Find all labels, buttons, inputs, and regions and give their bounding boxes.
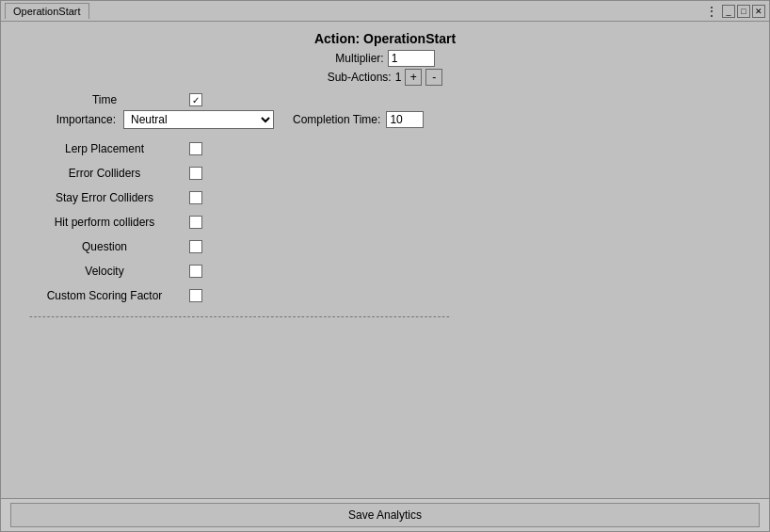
time-label: Time bbox=[20, 93, 189, 106]
window-tab[interactable]: OperationStart bbox=[5, 3, 89, 19]
content-area: Action: OperationStart Multiplier: Sub-A… bbox=[1, 22, 769, 498]
multiplier-label: Multiplier: bbox=[335, 52, 383, 65]
multiplier-row: Multiplier: bbox=[20, 50, 750, 67]
option-label-5: Velocity bbox=[20, 265, 189, 278]
option-row: Stay Error Colliders bbox=[20, 185, 750, 210]
importance-row: Importance: Neutral Low Medium High Comp… bbox=[20, 110, 750, 129]
action-title: Action: OperationStart bbox=[20, 31, 750, 46]
option-checkbox-3[interactable] bbox=[189, 216, 202, 229]
option-row: Custom Scoring Factor bbox=[20, 283, 750, 308]
time-checkbox[interactable] bbox=[189, 93, 202, 106]
divider-text: ----------------------------------------… bbox=[20, 308, 750, 323]
option-checkbox-5[interactable] bbox=[189, 265, 202, 278]
time-row: Time bbox=[20, 93, 750, 106]
option-row: Hit perform colliders bbox=[20, 210, 750, 234]
add-sub-action-button[interactable]: + bbox=[405, 69, 422, 86]
option-row: Lerp Placement bbox=[20, 137, 750, 161]
option-label-6: Custom Scoring Factor bbox=[20, 289, 189, 302]
option-row: Velocity bbox=[20, 259, 750, 283]
completion-time-input[interactable] bbox=[386, 111, 424, 128]
option-label-2: Stay Error Colliders bbox=[20, 191, 189, 204]
option-label-1: Error Colliders bbox=[20, 167, 189, 180]
option-checkbox-1[interactable] bbox=[189, 167, 202, 180]
options-container: Lerp PlacementError CollidersStay Error … bbox=[20, 137, 750, 308]
tab-label: OperationStart bbox=[13, 6, 81, 17]
option-row: Question bbox=[20, 234, 750, 259]
sub-actions-row: Sub-Actions: 1 + - bbox=[20, 69, 750, 86]
option-checkbox-6[interactable] bbox=[189, 289, 202, 302]
maximize-button[interactable]: □ bbox=[737, 5, 750, 18]
importance-select[interactable]: Neutral Low Medium High bbox=[123, 110, 274, 129]
option-label-4: Question bbox=[20, 240, 189, 253]
sub-actions-label: Sub-Actions: bbox=[328, 71, 392, 84]
close-button[interactable]: ✕ bbox=[752, 5, 765, 18]
completion-time-label: Completion Time: bbox=[293, 113, 380, 126]
importance-label: Importance: bbox=[20, 113, 123, 126]
footer: Save Analytics bbox=[1, 498, 769, 531]
option-label-3: Hit perform colliders bbox=[20, 216, 189, 229]
header-section: Action: OperationStart Multiplier: Sub-A… bbox=[20, 31, 750, 86]
option-checkbox-0[interactable] bbox=[189, 142, 202, 155]
option-checkbox-4[interactable] bbox=[189, 240, 202, 253]
save-analytics-button[interactable]: Save Analytics bbox=[10, 503, 760, 527]
dots-icon: ⋮ bbox=[706, 5, 716, 18]
multiplier-input[interactable] bbox=[388, 50, 435, 67]
main-window: OperationStart ⋮ _ □ ✕ Action: Operation… bbox=[0, 0, 770, 532]
option-label-0: Lerp Placement bbox=[20, 142, 189, 155]
title-bar-left: OperationStart bbox=[5, 3, 89, 19]
option-checkbox-2[interactable] bbox=[189, 191, 202, 204]
option-row: Error Colliders bbox=[20, 161, 750, 185]
title-bar: OperationStart ⋮ _ □ ✕ bbox=[1, 1, 769, 22]
title-bar-right: ⋮ _ □ ✕ bbox=[706, 5, 765, 18]
sub-actions-value: 1 bbox=[395, 71, 402, 84]
minimize-button[interactable]: _ bbox=[722, 5, 735, 18]
remove-sub-action-button[interactable]: - bbox=[425, 69, 442, 86]
